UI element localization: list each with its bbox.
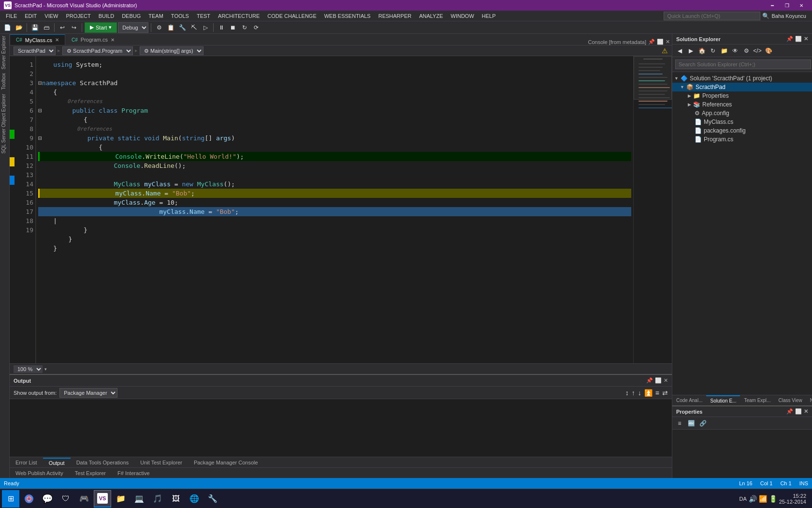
taskbar-app9[interactable]: 🌐 bbox=[186, 490, 203, 508]
close-button[interactable]: ✕ bbox=[795, 0, 808, 11]
props-sort-btn[interactable]: 🔤 bbox=[686, 418, 696, 429]
sql-server-tab[interactable]: SQL Server Object Explorer bbox=[0, 92, 9, 156]
console-tab-close[interactable]: ✕ bbox=[666, 39, 670, 45]
solution-search-input[interactable] bbox=[675, 60, 811, 69]
se-collapse-btn[interactable]: 📁 bbox=[719, 45, 729, 56]
tab-error-list[interactable]: Error List bbox=[10, 458, 43, 467]
taskbar-app5[interactable]: 📁 bbox=[112, 490, 130, 508]
menu-web-essentials[interactable]: WEB ESSENTIALS bbox=[320, 11, 375, 21]
tree-appconfig[interactable]: ⚙ App.config bbox=[672, 109, 812, 118]
taskbar-vs[interactable]: VS bbox=[94, 490, 111, 508]
output-source-select[interactable]: Package Manager Build Debug bbox=[59, 388, 117, 398]
tray-battery-icon[interactable]: 🔋 bbox=[769, 495, 777, 503]
props-close-button[interactable]: ✕ bbox=[804, 408, 808, 415]
save-button[interactable]: 💾 bbox=[29, 22, 40, 33]
menu-team[interactable]: TEAM bbox=[145, 11, 167, 21]
toolbar-btn-6[interactable]: ⏸ bbox=[216, 22, 227, 33]
menu-code-challenge[interactable]: CODE CHALLENGE bbox=[263, 11, 320, 21]
output-pin-button[interactable]: 📌 bbox=[646, 377, 653, 384]
tree-packages[interactable]: 📄 packages.config bbox=[672, 126, 812, 135]
menu-edit[interactable]: EDIT bbox=[21, 11, 41, 21]
zoom-dropdown-icon[interactable]: ▾ bbox=[44, 367, 47, 372]
se-back-btn[interactable]: ◀ bbox=[674, 45, 685, 56]
start-button[interactable]: ▶ ▶ Start Start ▾ bbox=[85, 22, 117, 33]
output-btn-6[interactable]: ⇄ bbox=[662, 389, 668, 397]
props-list-btn[interactable]: ≡ bbox=[674, 418, 685, 429]
output-close-button[interactable]: ✕ bbox=[664, 377, 668, 384]
se-designer-btn[interactable]: 🎨 bbox=[763, 45, 774, 56]
taskbar-clock[interactable]: 15:22 25-12-2014 bbox=[779, 493, 806, 505]
open-file-button[interactable]: 📂 bbox=[14, 22, 24, 33]
breadcrumb-class-select[interactable]: ⚙ ScracthPad.Program bbox=[62, 46, 133, 55]
props-float-button[interactable]: ⬜ bbox=[795, 408, 802, 415]
output-float-button[interactable]: ⬜ bbox=[655, 377, 662, 384]
tree-solution[interactable]: ▼ 🔷 Solution 'ScracthPad' (1 project) bbox=[672, 74, 812, 83]
rp-tab-class-view[interactable]: Class View bbox=[774, 395, 806, 405]
tab-fsharp[interactable]: F# Interactive bbox=[112, 469, 156, 478]
se-pin-button[interactable]: 📌 bbox=[786, 36, 793, 42]
toolbar-btn-9[interactable]: ⟳ bbox=[251, 22, 261, 33]
rp-tab-code-anal[interactable]: Code Anal... bbox=[672, 395, 706, 405]
console-tab-float[interactable]: ⬜ bbox=[657, 39, 664, 45]
se-forward-btn[interactable]: ▶ bbox=[685, 45, 696, 56]
taskbar-app3[interactable]: 🛡 bbox=[57, 490, 74, 508]
se-show-all-btn[interactable]: 👁 bbox=[730, 45, 740, 56]
menu-build[interactable]: BUILD bbox=[95, 11, 118, 21]
new-file-button[interactable]: 📄 bbox=[2, 22, 13, 33]
rp-tab-notificati[interactable]: Notificati... bbox=[806, 395, 812, 405]
output-btn-3[interactable]: ↓ bbox=[638, 389, 641, 397]
menu-file[interactable]: FILE bbox=[2, 11, 21, 21]
output-btn-1[interactable]: ↕ bbox=[625, 389, 629, 397]
se-close-button[interactable]: ✕ bbox=[804, 36, 808, 42]
menu-window[interactable]: WINDOW bbox=[447, 11, 478, 21]
output-btn-5[interactable]: ≡ bbox=[655, 389, 659, 397]
taskbar-steam[interactable]: 🎮 bbox=[75, 490, 93, 508]
taskbar-chrome[interactable] bbox=[20, 490, 38, 508]
menu-tools[interactable]: TOOLS bbox=[167, 11, 193, 21]
menu-test[interactable]: TEST bbox=[193, 11, 214, 21]
output-btn-2[interactable]: ↑ bbox=[632, 389, 635, 397]
tab-test-explorer[interactable]: Test Explorer bbox=[69, 469, 112, 478]
menu-help[interactable]: HELP bbox=[478, 11, 500, 21]
tree-myclass[interactable]: 📄 MyClass.cs bbox=[672, 118, 812, 126]
toolbox-tab[interactable]: Toolbox bbox=[0, 71, 9, 91]
debug-mode-select[interactable]: Debug bbox=[118, 22, 148, 33]
tab-myclass[interactable]: C# MyClass.cs ✕ bbox=[10, 34, 65, 45]
quick-launch-input[interactable] bbox=[664, 12, 760, 20]
menu-view[interactable]: VIEW bbox=[41, 11, 62, 21]
tree-references[interactable]: ▶ 📚 References bbox=[672, 100, 812, 109]
minimize-button[interactable]: ━ bbox=[766, 0, 779, 11]
save-all-button[interactable]: 🗃 bbox=[41, 22, 52, 33]
server-explorer-tab[interactable]: Server Explorer bbox=[0, 34, 9, 71]
tray-network-icon[interactable]: 📶 bbox=[759, 495, 767, 503]
props-pin-button[interactable]: 📌 bbox=[786, 408, 793, 415]
rp-tab-solution-e[interactable]: Solution E... bbox=[706, 395, 740, 405]
toolbar-btn-1[interactable]: ⚙ bbox=[154, 22, 164, 33]
tree-project[interactable]: ▼ 📦 ScracthPad bbox=[672, 83, 812, 91]
taskbar-app7[interactable]: 🎵 bbox=[149, 490, 166, 508]
menu-project[interactable]: PROJECT bbox=[62, 11, 94, 21]
rp-tab-team-expl[interactable]: Team Expl... bbox=[740, 395, 774, 405]
menu-resharper[interactable]: RESHARPER bbox=[375, 11, 415, 21]
tree-programcs[interactable]: 📄 Program.cs bbox=[672, 135, 812, 144]
console-tab-pin[interactable]: 📌 bbox=[648, 39, 655, 45]
menu-debug[interactable]: DEBUG bbox=[118, 11, 145, 21]
taskbar-skype[interactable]: 💬 bbox=[39, 490, 56, 508]
output-btn-4[interactable]: ⏫ bbox=[644, 389, 652, 397]
se-refresh-btn[interactable]: ↻ bbox=[708, 45, 718, 56]
taskbar-app8[interactable]: 🖼 bbox=[167, 490, 185, 508]
se-float-button[interactable]: ⬜ bbox=[795, 36, 802, 42]
tree-properties[interactable]: ▶ 📁 Properties bbox=[672, 91, 812, 100]
breadcrumb-namespace-select[interactable]: ScracthPad bbox=[14, 46, 56, 55]
tab-program-close[interactable]: ✕ bbox=[111, 37, 115, 43]
toolbar-btn-7[interactable]: ⏹ bbox=[228, 22, 238, 33]
tab-web-publish[interactable]: Web Publish Activity bbox=[10, 469, 69, 478]
tray-speaker-icon[interactable]: 🔊 bbox=[749, 495, 757, 503]
se-code-btn[interactable]: </> bbox=[752, 45, 763, 56]
redo-button[interactable]: ↪ bbox=[69, 22, 79, 33]
taskbar-app6[interactable]: 💻 bbox=[130, 490, 148, 508]
se-settings-btn[interactable]: ⚙ bbox=[741, 45, 752, 56]
toolbar-btn-4[interactable]: ⛏ bbox=[188, 22, 199, 33]
props-page-btn[interactable]: 🔗 bbox=[697, 418, 708, 429]
warning-icon[interactable]: ⚠ bbox=[662, 47, 668, 55]
